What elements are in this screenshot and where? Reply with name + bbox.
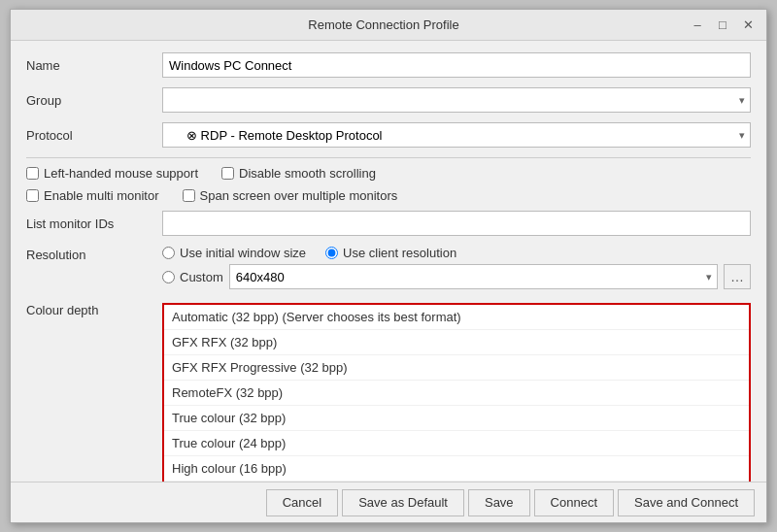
custom-resolution-select-wrapper: 640x480 ▾ (229, 264, 718, 289)
left-handed-label: Left-handed mouse support (44, 166, 198, 181)
initial-window-radio[interactable] (162, 247, 175, 259)
cancel-button[interactable]: Cancel (266, 489, 338, 516)
span-screen-checkbox[interactable] (183, 189, 195, 202)
span-screen-checkbox-item[interactable]: Span screen over multiple monitors (183, 188, 398, 203)
checkboxes-row-1: Left-handed mouse support Disable smooth… (26, 166, 751, 181)
protocol-label: Protocol (26, 128, 162, 143)
list-monitor-row: List monitor IDs (26, 211, 751, 236)
group-row: Group ▾ (26, 87, 751, 113)
close-button[interactable]: ✕ (739, 17, 757, 34)
list-monitor-label: List monitor IDs (26, 216, 162, 231)
protocol-row: Protocol ⊗ RDP - Remote Desktop Protocol… (26, 122, 751, 148)
disable-smooth-checkbox-item[interactable]: Disable smooth scrolling (221, 166, 376, 181)
resolution-radio-row: Use initial window size Use client resol… (162, 246, 751, 260)
separator-1 (26, 157, 751, 158)
connect-button[interactable]: Connect (534, 489, 614, 516)
name-label: Name (26, 58, 162, 73)
dots-button[interactable]: … (724, 264, 751, 289)
colour-option-0[interactable]: Automatic (32 bpp) (Server chooses its b… (164, 305, 749, 330)
list-monitor-field (162, 211, 751, 236)
left-handed-checkbox[interactable] (26, 167, 39, 180)
titlebar: Remote Connection Profile – □ ✕ (11, 10, 766, 41)
client-resolution-radio[interactable] (325, 247, 338, 259)
list-monitor-input[interactable] (162, 211, 751, 236)
protocol-select[interactable]: ⊗ RDP - Remote Desktop Protocol (162, 122, 751, 148)
colour-option-3[interactable]: RemoteFX (32 bpp) (164, 381, 749, 406)
disable-smooth-label: Disable smooth scrolling (239, 166, 376, 181)
multi-monitor-checkbox-item[interactable]: Enable multi monitor (26, 188, 159, 203)
disable-smooth-checkbox[interactable] (221, 167, 234, 180)
multi-monitor-checkbox[interactable] (26, 189, 39, 202)
initial-window-label: Use initial window size (180, 246, 306, 260)
initial-window-radio-item[interactable]: Use initial window size (162, 246, 306, 260)
client-resolution-radio-item[interactable]: Use client resolution (325, 246, 456, 260)
left-handed-checkbox-item[interactable]: Left-handed mouse support (26, 166, 198, 181)
colour-option-4[interactable]: True colour (32 bpp) (164, 406, 749, 431)
save-button[interactable]: Save (468, 489, 530, 516)
minimize-button[interactable]: – (689, 17, 706, 34)
colour-option-5[interactable]: True colour (24 bpp) (164, 431, 749, 456)
group-field: ▾ (162, 87, 751, 113)
colour-option-6[interactable]: High colour (16 bpp) (164, 456, 749, 482)
window-controls: – □ ✕ (689, 17, 757, 34)
colour-depth-row: Colour depth Automatic (32 bpp) (Server … (26, 299, 751, 482)
window-title: Remote Connection Profile (79, 17, 689, 32)
maximize-button[interactable]: □ (714, 17, 731, 34)
resolution-row: Resolution Use initial window size Use c… (26, 246, 751, 289)
colour-depth-label: Colour depth (26, 299, 162, 317)
save-as-default-button[interactable]: Save as Default (342, 489, 464, 516)
custom-radio-item[interactable]: Custom (162, 270, 223, 284)
save-and-connect-button[interactable]: Save and Connect (618, 489, 755, 516)
checkboxes-row-2: Enable multi monitor Span screen over mu… (26, 188, 751, 203)
colour-option-1[interactable]: GFX RFX (32 bpp) (164, 330, 749, 355)
client-resolution-label: Use client resolution (343, 246, 456, 260)
multi-monitor-label: Enable multi monitor (44, 188, 159, 203)
name-field (162, 52, 751, 78)
footer: Cancel Save as Default Save Connect Save… (11, 482, 766, 522)
span-screen-label: Span screen over multiple monitors (200, 188, 398, 203)
group-label: Group (26, 93, 162, 108)
custom-radio[interactable] (162, 271, 175, 283)
main-window: Remote Connection Profile – □ ✕ Name Gro… (10, 9, 767, 523)
colour-depth-field: Automatic (32 bpp) (Server chooses its b… (162, 299, 751, 482)
custom-radio-label: Custom (180, 270, 223, 284)
group-select[interactable] (162, 87, 751, 113)
protocol-field: ⊗ RDP - Remote Desktop Protocol ▾ (162, 122, 751, 148)
resolution-section: Use initial window size Use client resol… (162, 246, 751, 289)
colour-depth-dropdown: Automatic (32 bpp) (Server chooses its b… (162, 303, 751, 482)
name-input[interactable] (162, 52, 751, 78)
colour-option-2[interactable]: GFX RFX Progressive (32 bpp) (164, 355, 749, 381)
content-area: Name Group ▾ Protocol (11, 41, 766, 482)
name-row: Name (26, 52, 751, 78)
custom-resolution-row: Custom 640x480 ▾ … (162, 264, 751, 289)
custom-resolution-select[interactable]: 640x480 (229, 264, 718, 289)
footer-buttons: Cancel Save as Default Save Connect Save… (22, 489, 755, 516)
resolution-label: Resolution (26, 246, 162, 262)
